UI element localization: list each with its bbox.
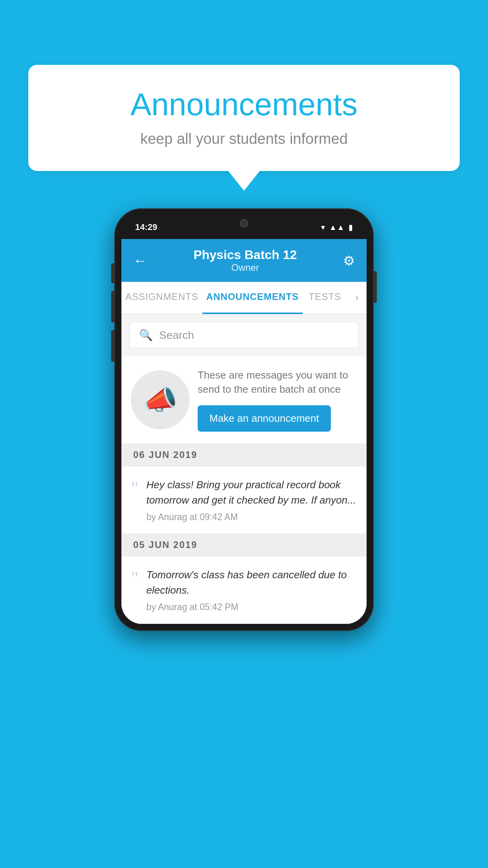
tab-tests[interactable]: TESTS — [303, 282, 347, 313]
search-placeholder: Search — [159, 329, 194, 342]
status-icons: ▾ ▲▲ ▮ — [321, 223, 353, 232]
speech-bubble-section: Announcements keep all your students inf… — [28, 65, 460, 191]
owner-label: Owner — [193, 262, 297, 273]
wifi-icon: ▾ — [321, 223, 325, 232]
phone-notch — [213, 215, 275, 231]
back-button[interactable]: ← — [133, 252, 147, 269]
announcement-meta-1: by Anurag at 09:42 AM — [147, 512, 357, 522]
tab-assignments[interactable]: ASSIGNMENTS — [121, 282, 202, 313]
promo-icon-circle: 📣 — [131, 370, 190, 429]
volume-up-button — [111, 291, 114, 322]
tabs-bar: ASSIGNMENTS ANNOUNCEMENTS TESTS › — [121, 282, 367, 314]
app-header: ← Physics Batch 12 Owner ⚙ — [121, 239, 367, 282]
promo-card: 📣 These are messages you want to send to… — [121, 356, 367, 444]
announcement-text-2: Tomorrow's class has been cancelled due … — [147, 567, 357, 598]
search-wrapper: 🔍 Search — [121, 314, 367, 356]
search-icon: 🔍 — [139, 329, 153, 342]
search-bar[interactable]: 🔍 Search — [129, 322, 359, 348]
battery-icon: ▮ — [349, 223, 353, 232]
signal-icon: ▲▲ — [329, 223, 345, 232]
promo-right: These are messages you want to send to t… — [198, 368, 357, 432]
settings-button[interactable]: ⚙ — [343, 253, 355, 268]
date-separator-2: 05 JUN 2019 — [121, 534, 367, 556]
bubble-arrow — [228, 171, 260, 191]
announcement-meta-2: by Anurag at 05:42 PM — [147, 602, 357, 612]
announcement-item-1: " Hey class! Bring your practical record… — [121, 466, 367, 534]
announcement-content-2: Tomorrow's class has been cancelled due … — [147, 567, 357, 612]
phone-mockup: 14:29 ▾ ▲▲ ▮ ← Physics Batch 12 Owner ⚙ — [114, 208, 374, 631]
make-announcement-button[interactable]: Make an announcement — [198, 405, 331, 432]
phone-screen: ← Physics Batch 12 Owner ⚙ ASSIGNMENTS A… — [121, 239, 367, 624]
tabs-more[interactable]: › — [347, 282, 367, 313]
camera — [240, 219, 248, 228]
tab-announcements[interactable]: ANNOUNCEMENTS — [202, 282, 303, 313]
bubble-title: Announcements — [52, 86, 436, 123]
batch-title: Physics Batch 12 — [193, 248, 297, 262]
speech-bubble: Announcements keep all your students inf… — [28, 65, 460, 171]
date-separator-1: 06 JUN 2019 — [121, 444, 367, 466]
volume-down-button — [111, 330, 114, 362]
announcement-text-1: Hey class! Bring your practical record b… — [147, 477, 357, 508]
header-center: Physics Batch 12 Owner — [193, 248, 297, 273]
announcement-content-1: Hey class! Bring your practical record b… — [147, 477, 357, 522]
power-button — [374, 271, 377, 303]
status-time: 14:29 — [135, 222, 157, 232]
promo-description: These are messages you want to send to t… — [198, 368, 357, 397]
status-bar: 14:29 ▾ ▲▲ ▮ — [121, 215, 367, 239]
quote-icon-2: " — [131, 569, 139, 588]
phone-frame: 14:29 ▾ ▲▲ ▮ ← Physics Batch 12 Owner ⚙ — [114, 208, 374, 631]
announcement-item-2: " Tomorrow's class has been cancelled du… — [121, 556, 367, 624]
bubble-subtitle: keep all your students informed — [52, 131, 436, 147]
quote-icon-1: " — [131, 479, 139, 498]
megaphone-icon: 📣 — [143, 384, 178, 416]
mute-button — [111, 263, 114, 283]
